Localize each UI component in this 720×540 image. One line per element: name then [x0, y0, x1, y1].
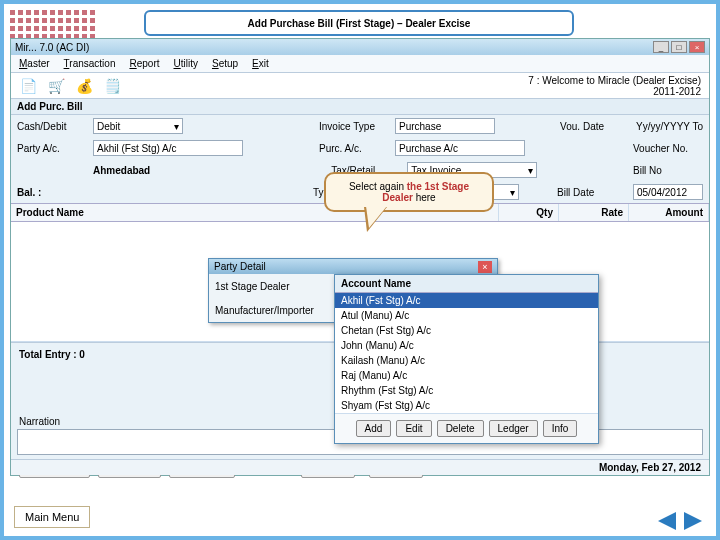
account-item[interactable]: Chetan (Fst Stg) A/c	[335, 323, 598, 338]
invoice-type-label: Invoice Type	[319, 121, 389, 132]
min-button[interactable]: _	[653, 41, 669, 53]
account-item[interactable]: John (Manu) A/c	[335, 338, 598, 353]
bag-icon[interactable]: 💰	[75, 77, 93, 95]
bill-date-label: Bill Date	[557, 187, 627, 198]
purc-ac-field[interactable]: Purchase A/c	[395, 140, 525, 156]
max-button[interactable]: □	[671, 41, 687, 53]
bill-no-label: Bill No	[633, 165, 703, 176]
acct-ledger-button[interactable]: Ledger	[489, 420, 538, 437]
main-menu-button[interactable]: Main Menu	[14, 506, 90, 528]
menu-exit[interactable]: Exit	[252, 58, 269, 69]
sub-header: Add Purc. Bill	[11, 99, 709, 115]
vou-date-label: Vou. Date	[560, 121, 630, 132]
party-close-icon[interactable]: ×	[478, 261, 492, 273]
titlebar: Mir... 7.0 (AC DI) _ □ ×	[11, 39, 709, 55]
slide-title: Add Purchase Bill (First Stage) – Dealer…	[144, 10, 574, 36]
party-city: Ahmedabad	[93, 165, 150, 176]
party-popup-title: Party Detail	[214, 261, 266, 272]
account-item[interactable]: Kailash (Manu) A/c	[335, 353, 598, 368]
acct-edit-button[interactable]: Edit	[396, 420, 431, 437]
invoice-type-field[interactable]: Purchase	[395, 118, 495, 134]
status-bar: Monday, Feb 27, 2012	[11, 459, 709, 475]
window-title: Mir... 7.0 (AC DI)	[15, 42, 89, 53]
voucher-no-label: Voucher No.	[633, 143, 703, 154]
menu-report[interactable]: Report	[129, 58, 159, 69]
account-item[interactable]: Rhythm (Fst Stg) A/c	[335, 383, 598, 398]
acct-delete-button[interactable]: Delete	[437, 420, 484, 437]
menu-transaction[interactable]: Transaction	[64, 58, 116, 69]
menubar: Master Transaction Report Utility Setup …	[11, 55, 709, 73]
menu-master[interactable]: Master	[19, 58, 50, 69]
first-stage-label: 1st Stage Dealer	[215, 281, 345, 292]
next-icon[interactable]	[684, 512, 702, 530]
callout: Select again the 1st Stage Dealer here	[324, 172, 494, 212]
menu-setup[interactable]: Setup	[212, 58, 238, 69]
acct-info-button[interactable]: Info	[543, 420, 578, 437]
col-qty: Qty	[499, 204, 559, 221]
bill-date-field[interactable]: 05/04/2012	[633, 184, 703, 200]
account-item[interactable]: Atul (Manu) A/c	[335, 308, 598, 323]
account-item[interactable]: Akhil (Fst Stg) A/c	[335, 293, 598, 308]
purc-ac-label: Purc. A/c.	[319, 143, 389, 154]
mfg-importer-label: Manufacturer/Importer	[215, 305, 345, 316]
col-rate: Rate	[559, 204, 629, 221]
bal-label: Bal. :	[17, 187, 87, 198]
acct-add-button[interactable]: Add	[356, 420, 392, 437]
party-field[interactable]: Akhil (Fst Stg) A/c	[93, 140, 243, 156]
toolbar: 📄 🛒 💰 🗒️ 7 : Welcome to Miracle (Dealer …	[11, 73, 709, 99]
cart-icon[interactable]: 🛒	[47, 77, 65, 95]
cash-debit-field[interactable]: Debit▾	[93, 118, 183, 134]
close-button[interactable]: ×	[689, 41, 705, 53]
account-item[interactable]: Shyam (Fst Stg) A/c	[335, 398, 598, 413]
col-amount: Amount	[629, 204, 709, 221]
party-label: Party A/c.	[17, 143, 87, 154]
prev-icon[interactable]	[658, 512, 676, 530]
nav-arrows	[658, 512, 702, 530]
account-item[interactable]: Raj (Manu) A/c	[335, 368, 598, 383]
menu-utility[interactable]: Utility	[174, 58, 198, 69]
welcome-text: 7 : Welcome to Miracle (Dealer Excise) 2…	[528, 75, 701, 97]
account-list-header: Account Name	[335, 275, 598, 293]
cash-debit-label: Cash/Debit	[17, 121, 87, 132]
calc-icon[interactable]: 🗒️	[103, 77, 121, 95]
vou-date-value: Yy/yy/YYYY To	[636, 121, 703, 132]
account-list-popup: Account Name Akhil (Fst Stg) A/cAtul (Ma…	[334, 274, 599, 444]
new-icon[interactable]: 📄	[19, 77, 37, 95]
